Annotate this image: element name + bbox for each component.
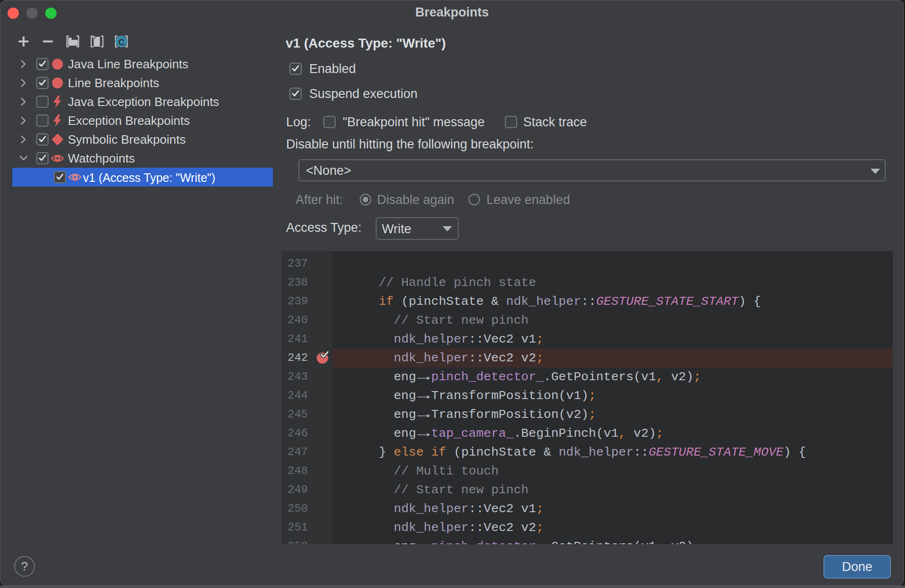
svg-text:C: C [118, 37, 125, 47]
